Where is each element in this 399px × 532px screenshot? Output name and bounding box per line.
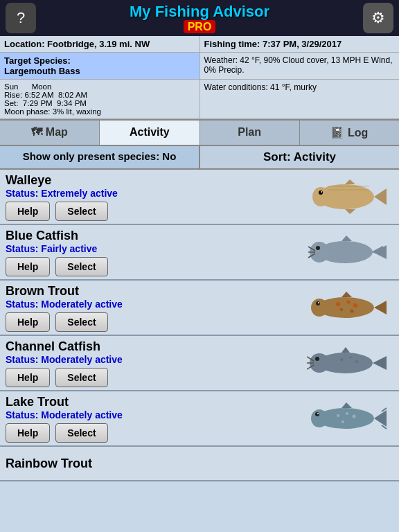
help-button[interactable]: Help <box>6 257 50 276</box>
svg-point-38 <box>355 360 358 363</box>
fish-image-blue-catfish <box>303 228 393 276</box>
svg-marker-10 <box>373 245 387 259</box>
svg-point-25 <box>353 303 357 308</box>
svg-marker-7 <box>345 179 355 184</box>
question-icon[interactable]: ? <box>6 3 36 33</box>
tab-activity[interactable]: Activity <box>100 121 200 145</box>
species-buttons: Help Select <box>6 257 303 276</box>
app-title-block: My Fishing Advisor PRO <box>36 3 363 33</box>
map-tab-icon: 🗺 <box>31 126 42 138</box>
fish-image-walleye <box>303 172 393 221</box>
svg-marker-19 <box>374 301 387 314</box>
info-section: Location: Footbridge, 3.19 mi. NW Fishin… <box>0 36 399 119</box>
svg-point-20 <box>311 299 328 317</box>
fish-image-lake-trout <box>303 394 393 443</box>
species-status: Status: Moderately active <box>6 409 303 420</box>
fish-image-channel-catfish <box>303 339 393 387</box>
svg-point-4 <box>321 191 322 193</box>
select-button[interactable]: Select <box>55 423 107 443</box>
species-info-channel-catfish: Channel Catfish Status: Moderately activ… <box>6 339 303 387</box>
select-button[interactable]: Select <box>55 368 107 387</box>
select-button[interactable]: Select <box>55 257 107 276</box>
svg-point-37 <box>350 357 352 359</box>
gear-icon[interactable]: ⚙ <box>363 3 393 33</box>
species-list: Walleye Status: Extremely active Help Se… <box>0 170 399 532</box>
species-status: Status: Moderately active <box>6 354 303 365</box>
app-main-title: My Fishing Advisor <box>36 3 363 21</box>
help-button[interactable]: Help <box>6 312 50 332</box>
water-conditions-info: Water conditions: 41 °F, murky <box>200 80 400 118</box>
pro-badge: PRO <box>36 21 363 33</box>
svg-point-24 <box>347 301 351 304</box>
info-row-location-time: Location: Footbridge, 3.19 mi. NW Fishin… <box>0 36 399 53</box>
show-only-filter[interactable]: Show only present species: No <box>0 146 200 168</box>
species-info-rainbow-trout: Rainbow Trout <box>6 456 303 471</box>
species-name: Channel Catfish <box>6 339 303 354</box>
tab-plan[interactable]: Plan <box>200 121 300 145</box>
help-button[interactable]: Help <box>6 202 50 221</box>
svg-point-48 <box>342 420 344 423</box>
list-item: Walleye Status: Extremely active Help Se… <box>0 170 399 225</box>
log-tab-icon: 📓 <box>330 127 344 139</box>
species-buttons: Help Select <box>6 423 303 443</box>
svg-marker-30 <box>373 356 387 370</box>
svg-marker-39 <box>342 347 350 353</box>
svg-marker-28 <box>342 292 352 297</box>
tab-map[interactable]: 🗺 Map <box>0 121 100 145</box>
select-button[interactable]: Select <box>55 312 107 332</box>
svg-point-12 <box>316 246 320 250</box>
list-item: Brown Trout Status: Moderately active He… <box>0 281 399 336</box>
list-item: Rainbow Trout <box>0 447 399 481</box>
tab-log[interactable]: 📓 Log <box>300 121 399 145</box>
help-button[interactable]: Help <box>6 423 50 443</box>
sun-moon-info: Sun Moon Rise: 6:52 AM 8:02 AM Set: 7:29… <box>0 80 200 118</box>
species-buttons: Help Select <box>6 368 303 387</box>
filter-sort-row: Show only present species: No Sort: Acti… <box>0 146 399 170</box>
svg-marker-1 <box>374 188 387 205</box>
sort-control[interactable]: Sort: Activity <box>200 146 399 168</box>
svg-marker-8 <box>345 209 355 214</box>
svg-point-42 <box>311 409 328 427</box>
svg-point-47 <box>353 415 356 418</box>
svg-point-36 <box>340 358 343 361</box>
species-buttons: Help Select <box>6 202 303 221</box>
species-name: Walleye <box>6 173 303 188</box>
help-button[interactable]: Help <box>6 368 50 387</box>
weather-info: Weather: 42 °F, 90% Cloud cover, 13 MPH … <box>200 53 400 79</box>
svg-point-27 <box>351 310 354 313</box>
list-item: Channel Catfish Status: Moderately activ… <box>0 336 399 391</box>
svg-point-43 <box>315 412 319 416</box>
species-name: Blue Catfish <box>6 229 303 243</box>
svg-point-44 <box>317 413 319 414</box>
species-info-walleye: Walleye Status: Extremely active Help Se… <box>6 173 303 221</box>
select-button[interactable]: Select <box>55 202 107 221</box>
svg-point-2 <box>312 187 329 206</box>
species-status: Status: Fairly active <box>6 243 303 254</box>
location-info: Location: Footbridge, 3.19 mi. NW <box>0 36 200 52</box>
svg-point-45 <box>337 414 339 417</box>
svg-point-32 <box>315 357 319 361</box>
species-name: Brown Trout <box>6 284 303 299</box>
target-species-info: Target Species: Largemouth Bass <box>0 53 200 79</box>
species-info-blue-catfish: Blue Catfish Status: Fairly active Help … <box>6 229 303 276</box>
svg-point-23 <box>336 302 340 306</box>
app-header: ? My Fishing Advisor PRO ⚙ <box>0 0 399 36</box>
fishing-time-info: Fishing time: 7:37 PM, 3/29/2017 <box>200 36 400 52</box>
list-item: Lake Trout Status: Moderately active Hel… <box>0 391 399 447</box>
species-status: Status: Extremely active <box>6 188 303 199</box>
info-row-target-weather: Target Species: Largemouth Bass Weather:… <box>0 53 399 80</box>
svg-marker-49 <box>342 402 352 408</box>
svg-marker-16 <box>342 236 352 241</box>
species-name: Lake Trout <box>6 395 303 409</box>
svg-point-21 <box>316 301 320 305</box>
species-info-lake-trout: Lake Trout Status: Moderately active Hel… <box>6 395 303 443</box>
svg-point-22 <box>318 302 319 303</box>
species-info-brown-trout: Brown Trout Status: Moderately active He… <box>6 284 303 332</box>
svg-point-46 <box>346 412 348 415</box>
tab-bar: 🗺 Map Activity Plan 📓 Log <box>0 119 399 146</box>
info-row-sun-water: Sun Moon Rise: 6:52 AM 8:02 AM Set: 7:29… <box>0 80 399 119</box>
fish-image-rainbow-trout <box>303 447 393 481</box>
svg-point-3 <box>319 190 323 195</box>
species-status: Status: Moderately active <box>6 299 303 310</box>
list-item: Blue Catfish Status: Fairly active Help … <box>0 225 399 281</box>
